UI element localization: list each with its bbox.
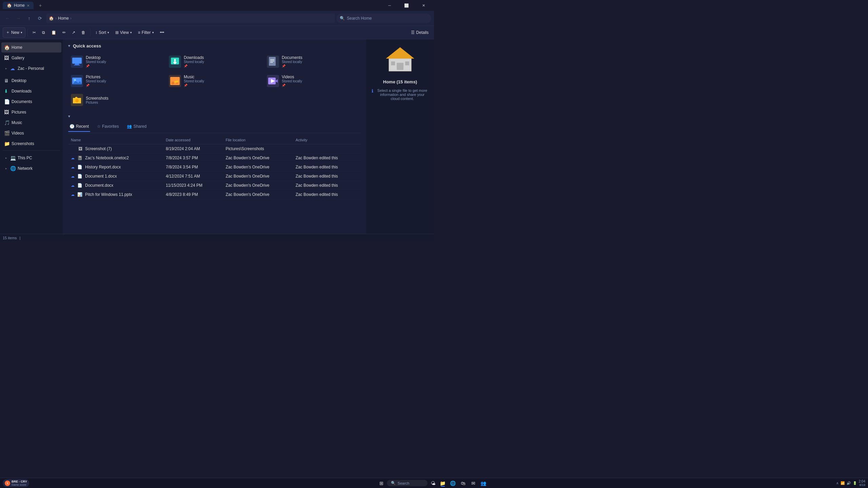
close-btn[interactable]: ✕ (416, 0, 431, 11)
search-box[interactable]: 🔍 Search Home (336, 14, 431, 23)
table-row[interactable]: ☁ 📊 Pitch for Windows 11.pptx 4/8/2023 8… (68, 190, 361, 199)
sidebar-item-music[interactable]: 🎵 Music → (1, 118, 61, 128)
paste-icon: 📋 (51, 30, 56, 35)
file-location: Zac Bowden's OneDrive (223, 190, 293, 199)
table-row[interactable]: ☁ 📄 Document 1.docx 4/12/2024 7:51 AM Za… (68, 172, 361, 181)
svg-rect-0 (72, 58, 82, 64)
qa-videos[interactable]: Videos Stored locally 📌 (264, 72, 361, 90)
qa-documents[interactable]: Documents Stored locally 📌 (264, 53, 361, 70)
status-bar: 15 items | (0, 234, 434, 241)
sidebar-item-network[interactable]: ▸ 🌐 Network (1, 163, 61, 174)
sidebar-item-zac[interactable]: ▸ ☁ Zac - Personal (1, 63, 61, 74)
rename-btn[interactable]: ✏ (60, 27, 68, 38)
col-name[interactable]: Name (68, 136, 163, 144)
table-row[interactable]: ☁ 📓 Zac's Notebook.onetoc2 7/8/2024 3:57… (68, 154, 361, 163)
file-icon: 📄 (77, 174, 82, 179)
qa-downloads-info: Downloads Stored locally 📌 (184, 55, 204, 68)
desktop-icon: 🖥 (4, 78, 9, 83)
copy-btn[interactable]: ⧉ (39, 27, 48, 38)
file-date: 8/19/2024 2:04 AM (163, 144, 223, 154)
forward-btn[interactable]: → (14, 14, 23, 23)
rename-icon: ✏ (62, 30, 66, 35)
address-path[interactable]: 🏠 › Home › (46, 14, 335, 23)
qa-pictures[interactable]: Pictures Stored locally 📌 (68, 72, 165, 90)
cut-btn[interactable]: ✂ (30, 27, 39, 38)
sidebar-item-screenshots[interactable]: 📁 Screenshots (1, 139, 61, 149)
sidebar-home-label: Home (12, 45, 22, 50)
share-btn[interactable]: ↗ (69, 27, 78, 38)
sidebar-item-thispc[interactable]: ▸ 💻 This PC (1, 153, 61, 163)
maximize-btn[interactable]: ⬜ (399, 0, 414, 11)
table-row[interactable]: ☁ 📄 History Report.docx 7/8/2024 3:54 PM… (68, 163, 361, 172)
sidebar-item-documents[interactable]: 📄 Documents → (1, 97, 61, 107)
file-name: Document.docx (85, 183, 113, 188)
collapse-quick-access[interactable]: ▾ (68, 44, 70, 48)
table-header-row: Name Date accessed File location Activit… (68, 136, 361, 144)
expand-icon-pc: ▸ (4, 156, 8, 160)
sidebar-item-downloads[interactable]: ⬇ Downloads → (1, 86, 61, 96)
file-location: Zac Bowden's OneDrive (223, 154, 293, 163)
pictures-icon: 🖼 (4, 109, 9, 115)
new-button[interactable]: ＋ New ▾ (3, 27, 25, 38)
file-location: Zac Bowden's OneDrive (223, 172, 293, 181)
file-name: Zac's Notebook.onetoc2 (85, 156, 129, 160)
qa-music-icon (169, 75, 181, 87)
item-count: 15 items (3, 236, 17, 240)
svg-rect-7 (269, 57, 276, 66)
sidebar-item-home[interactable]: 🏠 Home (1, 42, 61, 53)
tab-favorites[interactable]: ☆ Favorites (96, 123, 120, 131)
qa-screenshots-info: Screenshots Pictures (86, 96, 108, 104)
tab-home-label: Home (14, 3, 25, 8)
quick-access-title: Quick access (73, 43, 101, 48)
tab-recent[interactable]: 🕐 Recent (68, 123, 90, 131)
col-date[interactable]: Date accessed (163, 136, 223, 144)
more-btn[interactable]: ••• (157, 27, 167, 38)
tab-shared[interactable]: 👥 Shared (125, 123, 148, 131)
svg-rect-1 (75, 64, 79, 65)
file-name: Document 1.docx (85, 174, 117, 179)
new-tab-btn[interactable]: + (36, 1, 44, 9)
qa-music[interactable]: Music Stored locally 📌 (166, 72, 263, 90)
paste-btn[interactable]: 📋 (48, 27, 59, 38)
col-location[interactable]: File location (223, 136, 293, 144)
table-row[interactable]: 🖼 Screenshot (7) 8/19/2024 2:04 AM Pictu… (68, 144, 361, 154)
screenshots-folder-icon: 📁 (4, 141, 9, 146)
table-row[interactable]: ☁ 📄 Document.docx 11/15/2023 4:24 PM Zac… (68, 181, 361, 190)
qa-downloads[interactable]: Downloads Stored locally 📌 (166, 53, 263, 70)
qa-desktop[interactable]: Desktop Stored locally 📌 (68, 53, 165, 70)
refresh-btn[interactable]: ⟳ (35, 14, 45, 23)
recent-icon: 🕐 (70, 124, 75, 129)
details-btn[interactable]: ☰ Details (408, 27, 431, 38)
shared-icon: 👥 (127, 124, 132, 129)
view-btn[interactable]: ⊞ View ▾ (113, 27, 135, 38)
file-activity: Zac Bowden edited this (293, 181, 361, 190)
filter-btn[interactable]: ≡ Filter ▾ (135, 27, 157, 38)
sort-btn[interactable]: ↕ Sort ▾ (93, 27, 112, 38)
col-activity[interactable]: Activity (293, 136, 361, 144)
sidebar-music-label: Music (12, 120, 22, 125)
gallery-icon: 🖼 (4, 55, 9, 61)
sidebar-item-desktop[interactable]: 🖥 Desktop → (1, 76, 61, 86)
delete-btn[interactable]: 🗑 (79, 27, 88, 38)
sidebar-item-pictures[interactable]: 🖼 Pictures → (1, 107, 61, 117)
tab-close-icon[interactable]: ✕ (27, 4, 29, 7)
sidebar-item-gallery[interactable]: 🖼 Gallery (1, 53, 61, 63)
sidebar-item-videos[interactable]: 🎬 Videos → (1, 128, 61, 138)
qa-screenshots[interactable]: Screenshots Pictures (68, 91, 165, 109)
svg-point-20 (75, 99, 79, 102)
file-date: 7/8/2024 3:54 PM (163, 163, 223, 172)
sort-icon: ↕ (95, 30, 97, 35)
tab-home[interactable]: 🏠 Home ✕ (3, 2, 34, 9)
minimize-btn[interactable]: ─ (382, 0, 397, 11)
collapse-recent[interactable]: ▾ (68, 114, 70, 119)
search-placeholder: Search Home (347, 16, 372, 21)
filter-icon: ≡ (138, 30, 140, 35)
back-btn[interactable]: ← (3, 14, 12, 23)
videos-icon: 🎬 (4, 130, 9, 136)
content-area: ▾ Quick access Desktop Stored locally 📌 (63, 39, 366, 234)
up-btn[interactable]: ↑ (24, 14, 34, 23)
cut-icon: ✂ (33, 30, 36, 35)
sidebar-downloads-label: Downloads (12, 89, 32, 94)
file-date: 4/8/2023 8:49 PM (163, 190, 223, 199)
file-location: Pictures\Screenshots (223, 144, 293, 154)
